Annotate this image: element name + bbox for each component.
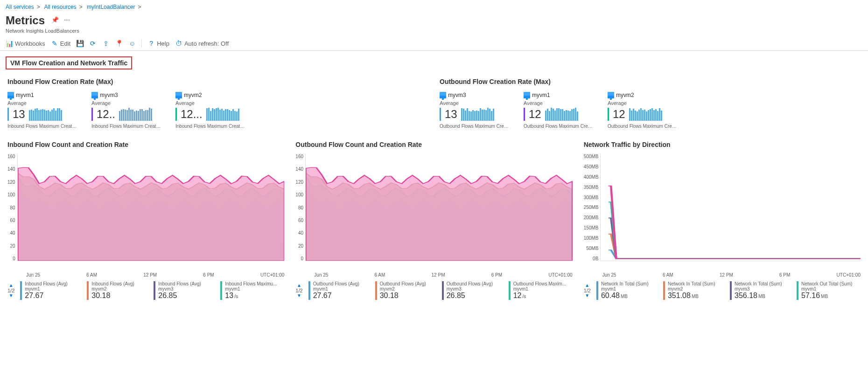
legend-unit: MB <box>692 294 699 299</box>
avg-label: Average <box>91 100 161 106</box>
avg-label: Average <box>524 100 594 106</box>
x-axis: Jun 256 AM12 PM6 PMUTC+01:00 <box>602 272 861 278</box>
legend-unit: MB <box>621 294 628 299</box>
pin-icon[interactable]: 📍 <box>115 40 123 47</box>
metric-value: 13 <box>13 108 25 121</box>
metric-card[interactable]: myvm1Average13Inbound Flows Maximum Crea… <box>7 92 77 129</box>
vm-icon <box>175 92 182 98</box>
legend-sub: myvm1 <box>313 286 372 292</box>
more-icon[interactable]: ⋯ <box>64 16 70 23</box>
breadcrumb-link[interactable]: myIntLoadBalancer <box>87 4 135 10</box>
inbound-rate-panel: Inbound Flow Creation Rate (Max) myvm1Av… <box>7 75 428 129</box>
help-button[interactable]: ?Help <box>147 40 169 47</box>
share-icon[interactable]: ⇪ <box>102 40 110 47</box>
breadcrumb-link[interactable]: All resources <box>44 4 76 10</box>
legend-value: 13 <box>225 292 233 299</box>
legend-sub: myvm2 <box>91 286 151 292</box>
legend-sub: myvm2 <box>380 286 439 292</box>
metric-value: 12 <box>529 108 541 121</box>
legend-sub: myvm1 <box>513 286 573 292</box>
metric-card[interactable]: myvm3Average12..Inbound Flows Maximum Cr… <box>91 92 161 129</box>
accent-bar <box>608 108 609 121</box>
legend-name: Network Out Total (Sum) <box>801 281 861 286</box>
accent-bar <box>91 108 93 121</box>
metric-card[interactable]: myvm3Average13Outbound Flows Maximum Cre… <box>440 92 510 129</box>
chart-legend: ▲1/2▼Outbound Flows (Avg)myvm127.67Outbo… <box>295 281 572 300</box>
workbooks-button[interactable]: 📊Workbooks <box>6 40 45 47</box>
legend-sub: myvm3 <box>447 286 506 292</box>
sparkline <box>119 108 152 121</box>
vm-name: myvm2 <box>184 92 202 98</box>
legend-sub: myvm3 <box>735 286 794 292</box>
legend-unit: /s <box>234 294 238 299</box>
legend-sub: myvm1 <box>25 286 84 292</box>
legend-item[interactable]: Outbound Flows (Avg)myvm230.18 <box>375 281 439 300</box>
legend-pager[interactable]: ▲1/2▼ <box>7 283 14 298</box>
legend-name: Inbound Flows (Avg) <box>91 281 151 286</box>
legend-item[interactable]: Inbound Flows (Avg)myvm127.67 <box>20 281 84 300</box>
legend-value: 27.67 <box>313 292 332 299</box>
save-icon[interactable]: 💾 <box>76 40 84 47</box>
legend-name: Outbound Flows Maxim... <box>513 281 573 286</box>
legend-value: 26.85 <box>158 292 177 299</box>
pin-icon[interactable]: 📌 <box>51 16 59 23</box>
legend-item[interactable]: Inbound Flows (Avg)myvm230.18 <box>87 281 151 300</box>
refresh-icon[interactable]: ⟳ <box>89 40 97 47</box>
legend-value: 12 <box>513 292 522 299</box>
legend-value: 30.18 <box>91 292 110 299</box>
legend-name: Outbound Flows (Avg) <box>380 281 439 286</box>
chart-legend: ▲1/2▼Network In Total (Sum)myvm160.48MBN… <box>584 281 861 300</box>
metric-card[interactable]: myvm2Average12Outbound Flows Maximum Cre… <box>608 92 678 129</box>
legend-item[interactable]: Inbound Flows (Avg)myvm326.85 <box>154 281 217 300</box>
y-axis: 500MB450MB400MB350MB300MB250MB200MB150MB… <box>584 154 601 261</box>
breadcrumb-link[interactable]: All services <box>6 4 34 10</box>
legend-name: Inbound Flows Maximu... <box>225 281 284 286</box>
legend-item[interactable]: Network In Total (Sum)myvm3356.18MB <box>730 281 794 300</box>
legend-value: 26.85 <box>447 292 465 299</box>
metric-value: 12.. <box>97 108 115 121</box>
chart-plot[interactable] <box>305 154 573 261</box>
chart-panel: Network Traffic by Direction500MB450MB40… <box>584 138 861 300</box>
legend-sub: myvm3 <box>158 286 217 292</box>
chevron-up-icon: ▲ <box>9 283 14 288</box>
legend-value: 27.67 <box>25 292 43 299</box>
edit-button[interactable]: ✎Edit <box>51 40 70 47</box>
metric-card[interactable]: myvm2Average12...Inbound Flows Maximum C… <box>175 92 245 129</box>
legend-item[interactable]: Inbound Flows Maximu...myvm113/s <box>220 281 284 300</box>
legend-name: Outbound Flows (Avg) <box>447 281 506 286</box>
vm-name: myvm2 <box>616 92 634 98</box>
avg-label: Average <box>608 100 678 106</box>
legend-name: Network In Total (Sum) <box>601 281 660 286</box>
auto-refresh-button[interactable]: ⏱Auto refresh: Off <box>175 40 229 47</box>
metric-label: Outbound Flows Maximum Creation <box>524 124 594 129</box>
vm-icon <box>440 92 446 98</box>
vm-icon <box>7 92 14 98</box>
avg-label: Average <box>175 100 245 106</box>
chart-plot[interactable] <box>600 154 861 261</box>
legend-item[interactable]: Network In Total (Sum)myvm160.48MB <box>596 281 660 300</box>
legend-item[interactable]: Outbound Flows Maxim...myvm112/s <box>509 281 573 300</box>
metric-label: Inbound Flows Maximum Creation R <box>175 124 245 129</box>
accent-bar <box>440 108 441 121</box>
legend-pager[interactable]: ▲1/2▼ <box>295 283 302 298</box>
vm-icon <box>524 92 530 98</box>
vm-icon <box>91 92 98 98</box>
legend-value: 351.08 <box>668 292 691 299</box>
accent-bar <box>175 108 177 121</box>
legend-item[interactable]: Outbound Flows (Avg)myvm326.85 <box>442 281 506 300</box>
legend-pager[interactable]: ▲1/2▼ <box>584 283 591 298</box>
metric-label: Outbound Flows Maximum Creation <box>608 124 678 129</box>
legend-sub: myvm1 <box>601 286 660 292</box>
metric-card[interactable]: myvm1Average12Outbound Flows Maximum Cre… <box>524 92 594 129</box>
metric-label: Inbound Flows Maximum Creation R <box>7 124 77 129</box>
chart-plot[interactable] <box>17 154 285 261</box>
legend-item[interactable]: Network In Total (Sum)myvm2351.08MB <box>663 281 727 300</box>
legend-sub: myvm1 <box>225 286 284 292</box>
feedback-icon[interactable]: ☺ <box>128 40 136 47</box>
legend-unit: MB <box>821 294 828 299</box>
page-subtitle: Network Insights LoadBalancers <box>6 28 862 34</box>
metric-label: Inbound Flows Maximum Creation R <box>91 124 161 129</box>
legend-item[interactable]: Outbound Flows (Avg)myvm127.67 <box>308 281 372 300</box>
legend-item[interactable]: Network Out Total (Sum)myvm157.16MB <box>797 281 861 300</box>
legend-sub: myvm2 <box>668 286 727 292</box>
